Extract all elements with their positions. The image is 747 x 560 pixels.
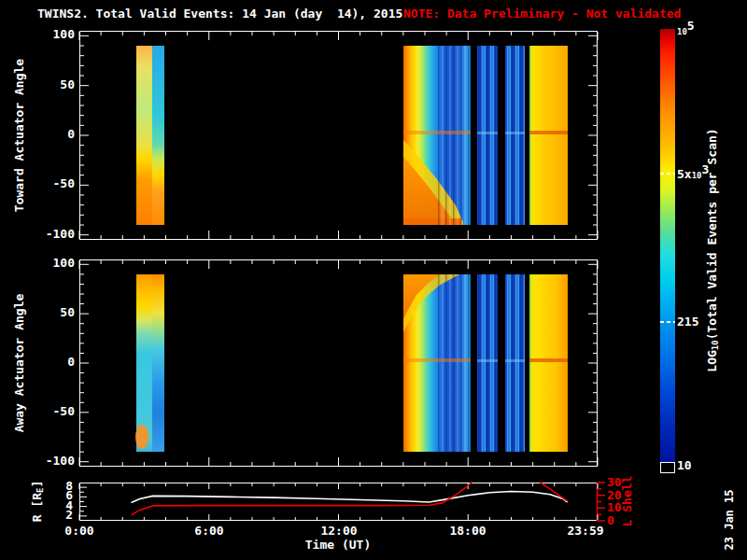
time-tick-label: 18:00	[440, 525, 496, 538]
colorbar-axis-label: LOG10(Total Valid Events per Scan)	[706, 128, 720, 371]
p2-block-c	[477, 274, 498, 452]
p1-block-d	[505, 46, 525, 225]
time-tick-label: 0:00	[51, 525, 107, 538]
p1-scanline-d	[505, 132, 525, 134]
p1-scanline-c	[477, 132, 498, 134]
panel2-y-tick-label: -50	[41, 405, 75, 418]
lshell-tick-label: 0	[607, 514, 635, 527]
lshell-series-line	[541, 483, 568, 501]
panel1-y-tick-label: 50	[41, 78, 75, 91]
colorbar-bottom-tick-label: 10	[677, 459, 692, 472]
colorbar-label-sub: 10	[711, 340, 720, 350]
time-tick-label: 12:00	[311, 525, 367, 538]
colorbar-bottom-box	[661, 463, 675, 473]
p2-block-b-striations	[437, 274, 471, 452]
p2-scanline-d	[505, 359, 525, 362]
r-axis-label-sub: E	[35, 488, 45, 493]
panel2-y-axis-label: Away Actuator Angle	[13, 294, 26, 433]
time-tick-label: 6:00	[181, 525, 237, 538]
r-axis-label-pre: R [R	[30, 493, 44, 522]
p1-block-c	[477, 46, 498, 225]
panel2-heatmap	[135, 274, 568, 452]
colorbar-215-tick-label: 215	[677, 315, 698, 329]
p1-stripe-a-left	[136, 46, 152, 225]
p1-stripe-a-right	[152, 46, 164, 225]
r-tick-label: 2	[49, 509, 73, 522]
time-axis-label: Time (UT)	[263, 539, 413, 552]
panel1-y-tick-label: 100	[41, 28, 75, 41]
orbit-lines	[132, 483, 568, 515]
panel1-y-tick-label: 0	[41, 128, 75, 141]
colorbar-top-exp: 5	[687, 19, 695, 33]
panel1-y-axis-label: Toward Actuator Angle	[13, 59, 26, 212]
colorbar	[660, 29, 675, 473]
panel1-heatmap	[136, 46, 568, 225]
lshell-tick-label: 30	[607, 476, 635, 489]
p2-scanline-c	[477, 359, 498, 362]
panel1-y-tick-label: -50	[41, 177, 75, 190]
colorbar-label-post: (Total Valid Events per Scan)	[705, 128, 719, 340]
panel1-y-tick-label: -100	[41, 228, 75, 241]
colorbar-5e3-base: 10	[692, 171, 702, 180]
p2-scanline-e	[529, 358, 568, 362]
p2-scanline-b	[403, 358, 471, 362]
p2-block-e	[529, 274, 568, 452]
panel2-y-tick-label: -100	[41, 455, 75, 468]
colorbar-gradient	[660, 29, 675, 462]
p2-stripe-a-left	[136, 274, 152, 452]
plot-canvas	[0, 0, 747, 560]
panel2-y-tick-label: 50	[41, 306, 75, 319]
p2-stripe-a-right	[152, 274, 164, 452]
p1-block-b-striations	[437, 46, 471, 225]
p1-block-e	[529, 46, 568, 225]
lshell-tick-label: 10	[607, 501, 635, 514]
p2-block-d	[505, 274, 525, 452]
time-tick-label: 23:59	[557, 525, 613, 538]
r-axis-label: R [RE]	[31, 481, 45, 523]
colorbar-top-tick-label: 105	[677, 24, 695, 38]
panel2-y-tick-label: 0	[41, 356, 75, 369]
panel2-y-tick-label: 100	[41, 257, 75, 270]
colorbar-5e3-pre: 5x	[677, 167, 692, 181]
twins2-plot-page: TWINS2. Total Valid Events: 14 Jan (day …	[0, 0, 747, 560]
r-series-line	[132, 492, 568, 503]
p2-stripe-a-orange-blob	[135, 425, 148, 449]
colorbar-label-pre: LOG	[705, 350, 719, 371]
colorbar-top-base: 10	[677, 27, 687, 36]
date-stamp: 23 Jan 15	[723, 489, 736, 550]
page-title: TWINS2. Total Valid Events: 14 Jan (day …	[37, 7, 402, 21]
p1-scanline-b	[403, 131, 471, 134]
title-warning-note: NOTE: Data Preliminary - Not validated	[403, 7, 681, 21]
p1-scanline-e	[529, 131, 568, 134]
